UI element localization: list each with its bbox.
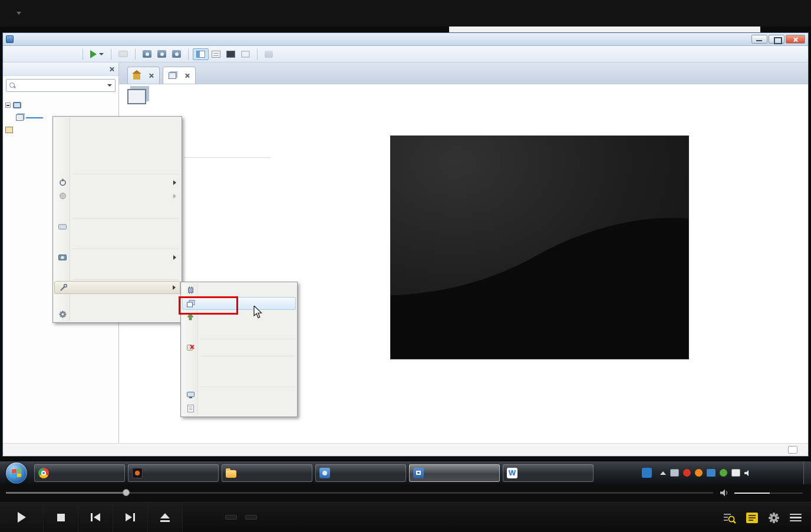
- menu-item-capture-screen[interactable]: [54, 264, 180, 277]
- taskbar-item-kk-recorder[interactable]: [128, 464, 219, 482]
- send-ctrl-alt-del-button[interactable]: [116, 49, 131, 59]
- power-icon: [58, 178, 67, 187]
- menu-item-send-ctrl-alt-del[interactable]: [54, 220, 180, 233]
- menu-item-rename[interactable]: [54, 145, 180, 158]
- video-display-area[interactable]: [0, 27, 811, 484]
- submenu-item-share[interactable]: [182, 358, 296, 371]
- vnc-monitor-icon: [186, 391, 195, 400]
- next-button[interactable]: [113, 503, 148, 532]
- submenu-item-message-log[interactable]: [182, 402, 296, 415]
- summary-view-button[interactable]: [209, 49, 223, 60]
- menu-item-grab-input[interactable]: [54, 233, 180, 247]
- stop-button[interactable]: [44, 503, 78, 532]
- tab-close-icon[interactable]: [184, 73, 190, 78]
- scene-search-button[interactable]: [723, 512, 736, 524]
- taskbar-item-explorer[interactable]: [222, 464, 312, 482]
- tree-item-my-computer[interactable]: [5, 99, 116, 111]
- menu-vm[interactable]: [43, 51, 55, 57]
- tray-recorder-icon[interactable]: [683, 469, 691, 477]
- submenu-item-permissions[interactable]: [182, 371, 296, 385]
- tray-volume-icon[interactable]: [744, 470, 753, 477]
- menu-item-power[interactable]: [54, 176, 180, 189]
- menu-view[interactable]: [31, 51, 43, 57]
- status-message-icon[interactable]: [788, 446, 797, 454]
- snapshot-manager-button[interactable]: [169, 48, 184, 60]
- search-dropdown-icon[interactable]: [107, 84, 112, 87]
- submenu-item-vnc-connections[interactable]: [182, 388, 296, 402]
- show-hidden-icons-arrow[interactable]: [660, 471, 666, 475]
- search-input[interactable]: [18, 82, 104, 89]
- tab-first[interactable]: [163, 67, 196, 84]
- menu-tabs[interactable]: [55, 51, 67, 57]
- minimize-button[interactable]: [751, 35, 767, 44]
- taskbar-item-wps[interactable]: [503, 464, 594, 482]
- unity-button[interactable]: [262, 49, 276, 60]
- show-library-button[interactable]: [193, 48, 209, 60]
- volume-icon[interactable]: [720, 489, 730, 497]
- menu-item-pause[interactable]: [54, 203, 180, 216]
- tray-security-icon[interactable]: [720, 469, 727, 477]
- tray-document-icon[interactable]: [731, 469, 740, 477]
- menu-edit[interactable]: [19, 51, 31, 57]
- fullscreen-button[interactable]: [238, 49, 253, 60]
- console-view-button[interactable]: [223, 49, 238, 60]
- vmware-menubar: [3, 46, 808, 62]
- revert-snapshot-button[interactable]: [154, 48, 169, 60]
- menu-item-install-vmware-tools[interactable]: [54, 294, 180, 308]
- unity-icon: [265, 51, 273, 58]
- menu-help[interactable]: [67, 51, 78, 57]
- vmware-titlebar: [3, 33, 808, 46]
- seek-fill: [6, 492, 126, 494]
- ime-icon[interactable]: [642, 468, 652, 478]
- shared-vm-icon: [5, 127, 13, 133]
- seek-thumb[interactable]: [123, 489, 130, 496]
- tab-home[interactable]: [127, 67, 160, 84]
- volume-slider[interactable]: [734, 493, 803, 494]
- taskbar-item-browser[interactable]: [34, 464, 125, 482]
- snapshot-manager-icon: [172, 50, 181, 58]
- console-view-icon: [226, 51, 235, 58]
- menu-button[interactable]: [790, 514, 802, 521]
- tree-expander-icon[interactable]: [5, 103, 11, 108]
- start-button[interactable]: [6, 462, 27, 484]
- tab-close-icon[interactable]: [149, 73, 154, 78]
- keyboard-icon: [58, 222, 67, 232]
- previous-button[interactable]: [78, 503, 113, 532]
- seek-bar[interactable]: [6, 492, 713, 494]
- take-snapshot-button[interactable]: [140, 48, 154, 60]
- menu-item-snapshot[interactable]: [54, 250, 180, 264]
- submenu-item-download[interactable]: [182, 323, 296, 337]
- show-desktop-button[interactable]: [803, 461, 811, 485]
- menu-item-settings[interactable]: [54, 308, 180, 321]
- maximize-button[interactable]: [769, 35, 784, 44]
- close-button[interactable]: [786, 35, 805, 44]
- open-button[interactable]: [148, 503, 183, 532]
- tray-record-dot-icon[interactable]: [695, 469, 703, 477]
- submenu-item-delete-from-disk[interactable]: [182, 341, 296, 354]
- library-close-icon[interactable]: [109, 67, 114, 72]
- taskbar-item-vmware[interactable]: [409, 464, 500, 482]
- vm-screen-preview[interactable]: [390, 136, 689, 359]
- menu-item-remove[interactable]: [54, 158, 180, 172]
- menu-item-removable-devices[interactable]: [54, 189, 180, 203]
- vm-icon: [169, 72, 176, 79]
- menu-file[interactable]: [8, 51, 19, 57]
- next-icon: [126, 513, 135, 521]
- tray-display-icon[interactable]: [670, 469, 679, 477]
- settings-button[interactable]: [768, 512, 780, 524]
- submenu-item-change-hw-compat[interactable]: [182, 283, 296, 297]
- play-icon: [17, 512, 27, 523]
- tray-vmware-icon[interactable]: [707, 469, 716, 477]
- menu-item-close-tab[interactable]: [54, 118, 180, 131]
- play-button[interactable]: [0, 503, 44, 532]
- menu-item-manage[interactable]: [54, 281, 180, 294]
- potplayer-seek-row: [0, 484, 811, 502]
- playlist-button[interactable]: [746, 513, 758, 523]
- potplayer-controls: [0, 502, 811, 532]
- taskbar-item-control-panel[interactable]: [315, 464, 406, 482]
- video-codec-badge: [225, 515, 237, 520]
- chevron-down-icon[interactable]: [17, 12, 21, 15]
- power-on-button[interactable]: [87, 48, 107, 60]
- menu-item-mark-favorite[interactable]: [54, 131, 180, 145]
- fullscreen-icon: [241, 51, 250, 58]
